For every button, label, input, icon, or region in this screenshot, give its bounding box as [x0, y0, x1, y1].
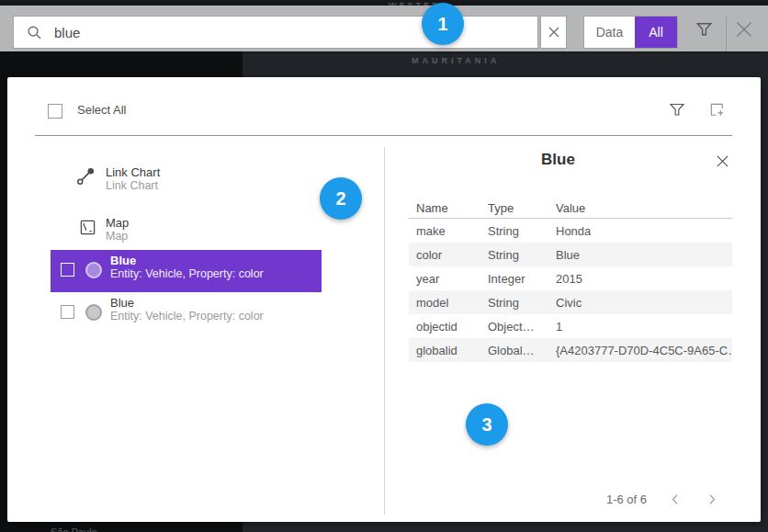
entity-node-icon	[85, 262, 102, 278]
item-title: Map	[106, 216, 129, 230]
panel-filter-button[interactable]	[668, 102, 686, 120]
callout-badge-3: 3	[466, 403, 508, 446]
table-row: modelStringCivic	[409, 290, 732, 314]
item-title: Blue	[110, 254, 264, 267]
table-row: makeStringHonda	[409, 219, 732, 243]
map-label-bottom: São Paulo	[51, 526, 97, 532]
table-cell: String	[488, 248, 556, 262]
table-column-header: Value	[556, 201, 732, 215]
item-text: Blue Entity: Vehicle, Property: color	[110, 254, 264, 281]
table-cell: Integer	[488, 272, 556, 286]
table-cell: objectid	[416, 320, 488, 334]
add-to-selection-button[interactable]	[707, 102, 726, 120]
pagination-next-button[interactable]	[703, 492, 721, 510]
search-results-panel: Select All	[7, 77, 761, 522]
chevron-left-icon	[671, 492, 680, 509]
table-cell: Blue	[556, 248, 732, 262]
table-row: yearInteger2015	[409, 266, 732, 290]
select-all-checkbox[interactable]	[48, 104, 62, 119]
clear-icon	[548, 27, 559, 38]
list-item-map[interactable]: Map Map	[106, 216, 129, 243]
item-text: Blue Entity: Vehicle, Property: color	[110, 296, 264, 323]
table-row: colorStringBlue	[409, 243, 732, 266]
list-item-blue-selected[interactable]: Blue Entity: Vehicle, Property: color	[51, 250, 322, 292]
table-cell: model	[416, 296, 488, 310]
table-cell: {A4203777-D70D-4C5C-9A65-C…	[556, 344, 732, 357]
table-cell: Global…	[488, 344, 556, 357]
link-chart-icon	[75, 165, 96, 187]
search-icon	[27, 25, 42, 40]
item-checkbox[interactable]	[61, 263, 74, 277]
table-cell: String	[488, 296, 556, 310]
table-cell: year	[416, 272, 488, 286]
chevron-right-icon	[707, 492, 717, 509]
toolbar-filter-button[interactable]	[694, 20, 714, 40]
table-cell: Civic	[556, 296, 732, 310]
toolbar-divider	[726, 17, 727, 51]
table-cell: 1	[556, 320, 732, 334]
list-item-blue[interactable]: Blue Entity: Vehicle, Property: color	[51, 292, 322, 334]
clear-search-button[interactable]	[540, 16, 567, 49]
toolbar-close-button[interactable]	[732, 19, 756, 43]
app-window: WESTERN MAURITANIA São Paulo Data All	[0, 0, 768, 532]
table-cell: globalid	[416, 344, 488, 357]
list-item-link-chart[interactable]: Link Chart Link Chart	[106, 165, 160, 193]
list-detail-divider	[384, 147, 385, 515]
search-toolbar: Data All	[0, 6, 768, 51]
table-cell: Object…	[488, 320, 556, 334]
table-column-header: Name	[416, 201, 488, 215]
item-title: Link Chart	[106, 165, 160, 179]
detail-title: Blue	[384, 151, 732, 169]
table-cell: Honda	[556, 224, 732, 238]
search-input[interactable]	[54, 25, 537, 40]
filter-icon	[668, 100, 686, 122]
callout-badge-2: 2	[320, 177, 362, 220]
table-row: objectidObject…1	[409, 314, 732, 338]
detail-table-header: NameTypeValue	[409, 198, 732, 219]
scope-all-button[interactable]: All	[635, 17, 677, 48]
table-row: globalidGlobal…{A4203777-D70D-4C5C-9A65-…	[409, 338, 732, 362]
add-selection-icon	[708, 101, 726, 122]
table-cell: make	[416, 224, 488, 238]
attribute-table: NameTypeValue makeStringHondacolorString…	[409, 198, 732, 362]
table-cell: 2015	[556, 272, 732, 286]
select-all-label: Select All	[77, 103, 126, 117]
pagination-prev-button[interactable]	[666, 492, 684, 510]
pagination-label: 1-6 of 6	[559, 492, 647, 506]
table-cell: String	[488, 224, 556, 238]
close-icon	[732, 17, 756, 45]
scope-toggle: Data All	[583, 16, 678, 49]
scope-data-button[interactable]: Data	[584, 17, 635, 48]
callout-badge-1: 1	[422, 3, 464, 45]
close-icon	[716, 154, 729, 172]
detail-close-button[interactable]	[715, 155, 729, 170]
detail-table-rows: makeStringHondacolorStringBlueyearIntege…	[409, 219, 732, 362]
table-column-header: Type	[488, 201, 556, 215]
item-subtitle: Entity: Vehicle, Property: color	[110, 310, 264, 323]
item-subtitle: Entity: Vehicle, Property: color	[110, 267, 264, 281]
item-subtitle: Link Chart	[106, 179, 160, 193]
item-checkbox[interactable]	[61, 305, 74, 319]
item-title: Blue	[110, 296, 264, 310]
header-divider	[35, 135, 732, 136]
table-cell: color	[416, 248, 488, 262]
map-label-mauritania: MAURITANIA	[412, 56, 500, 65]
filter-icon	[695, 19, 714, 42]
map-icon	[80, 220, 96, 235]
entity-node-icon	[85, 304, 102, 321]
item-subtitle: Map	[106, 230, 129, 243]
